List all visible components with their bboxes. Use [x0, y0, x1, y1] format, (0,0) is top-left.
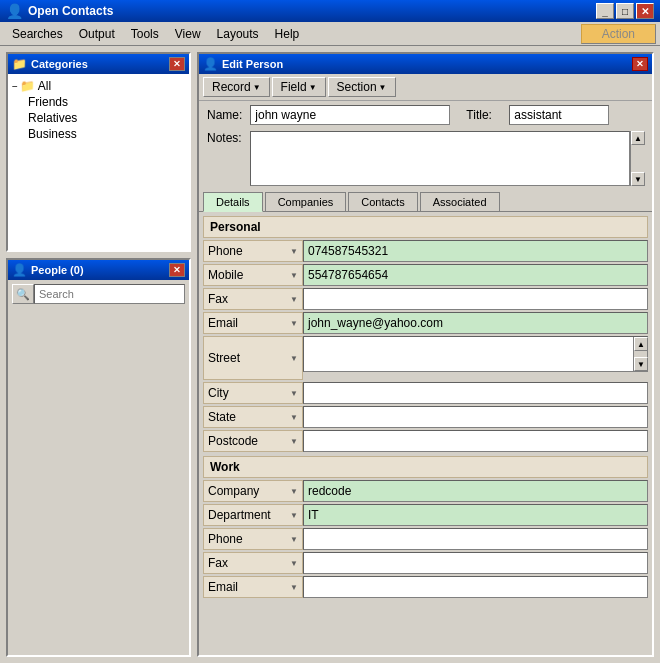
street-label[interactable]: Street ▼ — [203, 336, 303, 380]
mobile-label-text: Mobile — [208, 268, 243, 282]
tab-companies[interactable]: Companies — [265, 192, 347, 211]
field-row-fax: Fax ▼ — [203, 288, 648, 310]
menu-layouts[interactable]: Layouts — [209, 25, 267, 43]
minimize-button[interactable]: _ — [596, 3, 614, 19]
dialog-close-button[interactable]: ✕ — [632, 57, 648, 71]
people-icon: 👤 — [12, 263, 27, 277]
menu-help[interactable]: Help — [267, 25, 308, 43]
categories-icon: 📁 — [12, 57, 27, 71]
department-label-text: Department — [208, 508, 271, 522]
scrollbar-down-btn[interactable]: ▼ — [631, 172, 645, 186]
tree-item-friends[interactable]: Friends — [28, 94, 185, 110]
close-button[interactable]: ✕ — [636, 3, 654, 19]
work-email-label[interactable]: Email ▼ — [203, 576, 303, 598]
record-button[interactable]: Record ▼ — [203, 77, 270, 97]
action-button[interactable]: Action — [581, 24, 656, 44]
street-scroll-up[interactable]: ▲ — [634, 337, 648, 351]
name-input[interactable] — [250, 105, 450, 125]
left-panels: 📁 Categories ✕ − 📁 All Friends — [6, 52, 191, 657]
postcode-label[interactable]: Postcode ▼ — [203, 430, 303, 452]
people-content: 🔍 — [8, 280, 189, 655]
app-window: 👤 Open Contacts _ □ ✕ Searches Output To… — [0, 0, 660, 663]
main-area: 📁 Categories ✕ − 📁 All Friends — [0, 46, 660, 663]
department-label[interactable]: Department ▼ — [203, 504, 303, 526]
tab-associated[interactable]: Associated — [420, 192, 500, 211]
field-row-department: Department ▼ IT — [203, 504, 648, 526]
field-button[interactable]: Field ▼ — [272, 77, 326, 97]
street-dropdown-arrow: ▼ — [290, 354, 298, 363]
app-icon: 👤 — [6, 3, 23, 19]
categories-title: Categories — [31, 58, 169, 70]
categories-close-button[interactable]: ✕ — [169, 57, 185, 71]
company-value[interactable]: redcode — [303, 480, 648, 502]
street-textarea[interactable] — [304, 337, 633, 371]
phone-value[interactable]: 074587545321 — [303, 240, 648, 262]
people-close-button[interactable]: ✕ — [169, 263, 185, 277]
title-label: Title: — [466, 108, 501, 122]
state-label[interactable]: State ▼ — [203, 406, 303, 428]
work-email-label-text: Email — [208, 580, 238, 594]
work-fax-value[interactable] — [303, 552, 648, 574]
tree-item-relatives[interactable]: Relatives — [28, 110, 185, 126]
menu-tools[interactable]: Tools — [123, 25, 167, 43]
section-dropdown-arrow: ▼ — [379, 83, 387, 92]
mobile-label[interactable]: Mobile ▼ — [203, 264, 303, 286]
field-dropdown-arrow: ▼ — [309, 83, 317, 92]
city-label[interactable]: City ▼ — [203, 382, 303, 404]
work-section-label: Work — [210, 460, 240, 474]
work-email-value[interactable] — [303, 576, 648, 598]
department-value[interactable]: IT — [303, 504, 648, 526]
company-label[interactable]: Company ▼ — [203, 480, 303, 502]
email-value[interactable]: john_wayne@yahoo.com — [303, 312, 648, 334]
people-panel: 👤 People (0) ✕ 🔍 — [6, 258, 191, 657]
phone-dropdown-arrow: ▼ — [290, 247, 298, 256]
tab-contacts[interactable]: Contacts — [348, 192, 417, 211]
field-row-work-email: Email ▼ — [203, 576, 648, 598]
menu-searches[interactable]: Searches — [4, 25, 71, 43]
dialog-title-bar: 👤 Edit Person ✕ — [199, 54, 652, 74]
tab-details[interactable]: Details — [203, 192, 263, 212]
tree-item-business[interactable]: Business — [28, 126, 185, 142]
email-label[interactable]: Email ▼ — [203, 312, 303, 334]
categories-content: − 📁 All Friends Relatives Business — [8, 74, 189, 250]
fax-value[interactable] — [303, 288, 648, 310]
notes-scrollbar: ▲ ▼ — [630, 131, 644, 186]
work-fax-label[interactable]: Fax ▼ — [203, 552, 303, 574]
notes-textarea[interactable] — [250, 131, 630, 186]
personal-section-label: Personal — [210, 220, 261, 234]
personal-section-header: Personal — [203, 216, 648, 238]
postcode-value[interactable] — [303, 430, 648, 452]
state-value[interactable] — [303, 406, 648, 428]
street-scroll-down[interactable]: ▼ — [634, 357, 648, 371]
dialog-title: Edit Person — [222, 58, 632, 70]
search-input[interactable] — [34, 284, 185, 304]
menu-view[interactable]: View — [167, 25, 209, 43]
city-label-text: City — [208, 386, 229, 400]
tree-item-all[interactable]: − 📁 All — [12, 78, 185, 94]
notes-label: Notes: — [207, 131, 242, 145]
mobile-value[interactable]: 554787654654 — [303, 264, 648, 286]
app-title: Open Contacts — [28, 4, 596, 18]
tree-root-label: All — [38, 79, 51, 93]
phone-label[interactable]: Phone ▼ — [203, 240, 303, 262]
work-phone-value[interactable] — [303, 528, 648, 550]
street-container: Street ▼ ▲ ▼ — [203, 336, 648, 380]
work-phone-label[interactable]: Phone ▼ — [203, 528, 303, 550]
fax-label[interactable]: Fax ▼ — [203, 288, 303, 310]
section-button[interactable]: Section ▼ — [328, 77, 396, 97]
maximize-button[interactable]: □ — [616, 3, 634, 19]
menu-output[interactable]: Output — [71, 25, 123, 43]
field-row-email: Email ▼ john_wayne@yahoo.com — [203, 312, 648, 334]
city-value[interactable] — [303, 382, 648, 404]
field-row-state: State ▼ — [203, 406, 648, 428]
field-row-work-fax: Fax ▼ — [203, 552, 648, 574]
scrollbar-up-btn[interactable]: ▲ — [631, 131, 645, 145]
field-row-company: Company ▼ redcode — [203, 480, 648, 502]
expand-icon: − — [12, 81, 18, 92]
work-email-dropdown-arrow: ▼ — [290, 583, 298, 592]
work-phone-label-text: Phone — [208, 532, 243, 546]
name-title-row: Name: Title: — [199, 101, 652, 129]
title-input[interactable] — [509, 105, 609, 125]
notes-row: Notes: ▲ ▼ — [199, 129, 652, 188]
fax-label-text: Fax — [208, 292, 228, 306]
